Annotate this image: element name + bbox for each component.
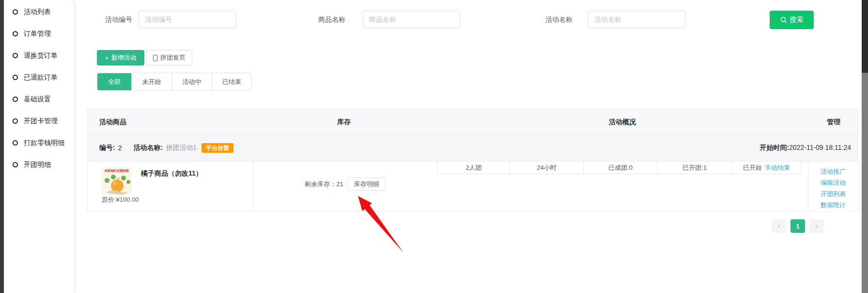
filter-label-activity-no: 活动编号 <box>105 11 132 28</box>
status-text: 已开始 <box>743 163 762 172</box>
page: 活动列表 订单管理 退换货订单 已退款订单 基础设置 开团卡管理 打款零钱明细 <box>0 0 868 293</box>
overview-groups-done: 已成团:0 <box>584 162 658 174</box>
sidebar-item-activity-list[interactable]: 活动列表 <box>4 1 74 23</box>
product-price: 原价:¥100.00 <box>102 195 139 204</box>
activity-table: 活动商品 库存 活动概况 管理 编号: 2 活动名称: 拼团活动1 平台自营 开… <box>87 109 858 212</box>
add-activity-button[interactable]: + 新增活动 <box>97 50 144 65</box>
tab-in-progress[interactable]: 活动中 <box>171 73 212 90</box>
activity-name-input[interactable] <box>588 11 685 28</box>
activity-no-input[interactable] <box>139 11 236 28</box>
search-button[interactable]: 搜索 <box>770 11 814 29</box>
product-name: 橘子商品（勿改11） <box>141 169 202 178</box>
sidebar-item-refunded-orders[interactable]: 已退款订单 <box>4 66 74 88</box>
header-overview: 活动概况 <box>609 109 636 134</box>
sidebar-item-label: 活动列表 <box>24 8 51 16</box>
tab-all[interactable]: 全部 <box>97 73 131 90</box>
platform-badge: 平台自营 <box>202 143 233 153</box>
promote-link[interactable]: 活动推广 <box>821 166 846 177</box>
search-button-label: 搜索 <box>790 16 804 24</box>
overview-duration: 24小时 <box>510 162 584 174</box>
circle-icon <box>13 75 18 80</box>
start-time-label: 开始时间: <box>760 144 789 151</box>
sidebar-item-payment-detail[interactable]: 打款零钱明细 <box>4 132 74 154</box>
circle-icon <box>13 53 18 58</box>
table-row: 吃梨福利 赶紧拼团 橘子商品（勿改11） 原价:¥100.00 剩余库存：21 … <box>88 162 858 211</box>
activity-no-label: 编号: <box>99 144 115 152</box>
pagination: ‹ 1 › <box>772 219 824 233</box>
group-list-link[interactable]: 开团列表 <box>821 188 846 199</box>
header-stock: 库存 <box>337 109 351 134</box>
sidebar-item-label: 打款零钱明细 <box>24 139 64 147</box>
sidebar-item-order-management[interactable]: 订单管理 <box>4 23 74 45</box>
sidebar-item-label: 开团卡管理 <box>24 117 58 126</box>
stock-cell: 剩余库存：21 库存明细 <box>253 178 438 191</box>
group-home-label: 拼团首页 <box>160 53 186 62</box>
data-stats-link[interactable]: 数据统计 <box>821 199 846 211</box>
sidebar-item-return-orders[interactable]: 退换货订单 <box>4 45 74 66</box>
table-header: 活动商品 库存 活动概况 管理 <box>88 109 858 134</box>
group-home-button[interactable]: 拼团首页 <box>146 50 192 65</box>
search-icon <box>780 16 787 23</box>
tab-ended[interactable]: 已结束 <box>212 73 251 90</box>
sidebar-item-label: 已退款订单 <box>24 73 58 82</box>
edit-activity-link[interactable]: 编辑活动 <box>821 177 846 188</box>
add-activity-label: 新增活动 <box>111 53 136 62</box>
scrollbar-thumb[interactable] <box>862 0 868 73</box>
activity-info-band: 编号: 2 活动名称: 拼团活动1 平台自营 开始时间:2022-11-09 1… <box>88 134 858 162</box>
next-page-button[interactable]: › <box>809 219 824 233</box>
start-time: 开始时间:2022-11-09 18:11:24 <box>760 144 851 152</box>
stock-detail-button[interactable]: 库存明细 <box>347 178 386 191</box>
sidebar-item-label: 订单管理 <box>24 30 51 38</box>
right-scrollbar[interactable] <box>862 0 868 293</box>
overview-group-size: 2人团 <box>437 162 510 174</box>
page-1-button[interactable]: 1 <box>790 219 805 233</box>
overview-groups-opened: 已开团:1 <box>658 162 732 174</box>
circle-icon <box>13 162 18 167</box>
circle-icon <box>13 97 18 102</box>
sidebar-item-label: 基础设置 <box>24 95 51 104</box>
circle-icon <box>13 31 18 36</box>
status-tabs: 全部 未开始 活动中 已结束 <box>97 73 252 91</box>
filter-label-product-name: 商品名称 <box>318 11 345 28</box>
sidebar-item-label: 开团明细 <box>24 161 51 169</box>
plus-icon: + <box>105 54 109 62</box>
manual-end-link[interactable]: 手动结束 <box>765 163 790 172</box>
sidebar-item-basic-settings[interactable]: 基础设置 <box>4 88 74 110</box>
activity-name-value: 拼团活动1 <box>166 144 197 152</box>
activity-name-label: 活动名称: <box>133 144 163 152</box>
header-product: 活动商品 <box>99 109 126 134</box>
chevron-left-icon: ‹ <box>778 222 780 230</box>
filter-label-activity-name: 活动名称 <box>545 11 573 28</box>
remaining-stock-text: 剩余库存：21 <box>305 180 343 189</box>
prev-page-button[interactable]: ‹ <box>772 219 786 233</box>
overview-status-cell: 已开始 手动结束 <box>732 162 802 174</box>
chevron-right-icon: › <box>816 222 818 230</box>
left-edge-strip <box>0 0 4 293</box>
circle-icon <box>13 9 18 15</box>
circle-icon <box>13 140 18 146</box>
product-image: 吃梨福利 赶紧拼团 <box>102 167 132 195</box>
activity-no-value: 2 <box>118 144 122 152</box>
overview-subtable: 2人团 24小时 已成团:0 已开团:1 已开始 手动结束 <box>437 162 802 174</box>
sidebar-item-label: 退换货订单 <box>24 51 58 60</box>
sidebar-item-group-detail[interactable]: 开团明细 <box>4 154 74 176</box>
svg-text:吃梨福利 赶紧拼团: 吃梨福利 赶紧拼团 <box>105 169 129 173</box>
sidebar: 活动列表 订单管理 退换货订单 已退款订单 基础设置 开团卡管理 打款零钱明细 <box>4 0 74 293</box>
page-icon <box>153 55 157 61</box>
manage-cell: 活动推广 编辑活动 开团列表 数据统计 <box>808 162 858 211</box>
sidebar-item-group-card[interactable]: 开团卡管理 <box>4 110 74 132</box>
tab-not-started[interactable]: 未开始 <box>131 73 171 90</box>
header-manage: 管理 <box>827 109 840 134</box>
circle-icon <box>13 118 18 124</box>
start-time-value: 2022-11-09 18:11:24 <box>789 144 851 151</box>
product-name-input[interactable] <box>363 11 460 28</box>
